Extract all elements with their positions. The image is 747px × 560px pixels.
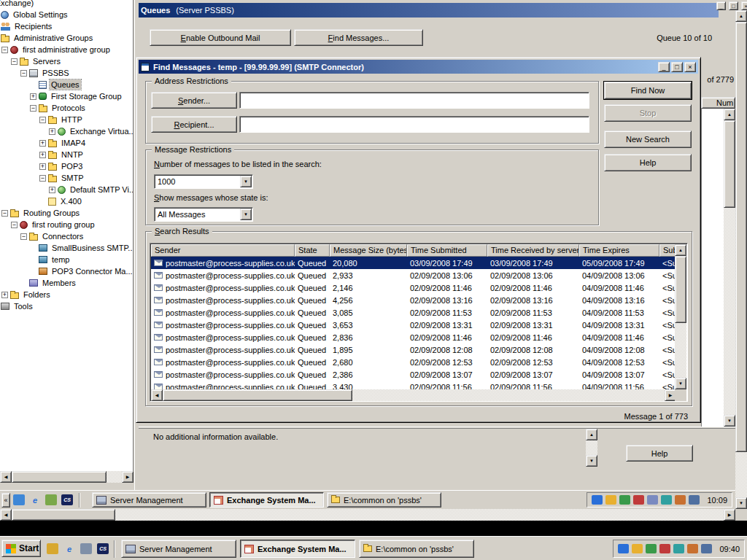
expand-plus-icon[interactable]: + [1, 292, 8, 298]
command-prompt-icon[interactable]: CS [97, 543, 109, 554]
expand-plus-icon[interactable]: + [39, 140, 46, 147]
tree-item-routing-groups[interactable]: −Routing Groups [1, 207, 133, 219]
launch-icon[interactable] [45, 494, 57, 505]
close-icon[interactable]: × [684, 62, 696, 72]
tray-icon[interactable] [701, 544, 712, 553]
expand-plus-icon[interactable]: + [39, 152, 46, 158]
sender-input[interactable] [239, 92, 589, 109]
expand-plus-icon[interactable]: + [49, 187, 55, 193]
chevron-down-icon[interactable]: ▼ [240, 176, 252, 187]
message-row[interactable]: postmaster@process-supplies.co.ukQueued2… [151, 269, 676, 281]
tree-item-connectors[interactable]: −Connectors [20, 230, 133, 242]
expand-minus-icon[interactable]: − [30, 105, 36, 112]
tree-item-queues[interactable]: −Queues [30, 79, 133, 90]
message-row[interactable]: postmaster@process-supplies.co.ukQueued2… [151, 281, 676, 294]
tray-icon[interactable] [632, 544, 643, 553]
taskbar-chevron-icon[interactable]: « [1, 493, 10, 508]
tray-icon[interactable] [673, 544, 684, 553]
column-header-time-submitted[interactable]: Time Submitted [407, 244, 487, 257]
sender-button[interactable]: Sender... [151, 92, 237, 109]
launch-icon[interactable] [80, 543, 92, 554]
expand-minus-icon[interactable]: − [20, 70, 27, 77]
expand-minus-icon[interactable]: − [11, 58, 18, 65]
tree-item-global-settings[interactable]: −Global Settings [0, 9, 125, 20]
restore-icon[interactable]: □ [729, 1, 738, 10]
scroll-down-icon[interactable]: ▼ [724, 415, 735, 427]
tree-item-pop3-connector-ma[interactable]: −POP3 Connector Ma... [30, 265, 133, 277]
tree-item-default-smtp-vi[interactable]: +Default SMTP Vi... [49, 184, 133, 195]
recipient-button[interactable]: Recipient... [151, 116, 237, 133]
help-button[interactable]: Help [604, 154, 692, 171]
message-row[interactable]: postmaster@process-supplies.co.ukQueued2… [151, 331, 676, 343]
tree-item-first-storage-group[interactable]: +First Storage Group [30, 90, 133, 102]
tree-item-http[interactable]: −HTTP [39, 114, 133, 125]
close-icon[interactable]: × [741, 1, 747, 10]
tree-item-smtp[interactable]: −SMTP [39, 172, 133, 184]
tray-icon[interactable] [689, 495, 700, 505]
expand-plus-icon[interactable]: + [39, 163, 46, 170]
expand-minus-icon[interactable]: − [1, 47, 8, 53]
enable-outbound-mail-button[interactable]: Enable Outbound Mail [150, 29, 291, 46]
tray-icon[interactable] [618, 544, 629, 553]
scrollbar-thumb[interactable] [675, 256, 686, 323]
queues-pane-titlebar[interactable]: Queues (Server PSSBS) [139, 3, 719, 18]
keys-icon[interactable] [47, 543, 58, 554]
maximize-icon[interactable]: □ [671, 62, 683, 72]
message-row[interactable]: postmaster@process-supplies.co.ukQueued2… [151, 368, 676, 381]
expand-minus-icon[interactable]: − [39, 117, 46, 123]
expand-minus-icon[interactable]: − [39, 175, 46, 182]
tree-item-tools[interactable]: −Tools [0, 300, 125, 312]
new-search-button[interactable]: New Search [604, 131, 692, 148]
tree-item-members[interactable]: −Members [20, 277, 133, 289]
column-header-state[interactable]: State [295, 244, 330, 257]
scrollbar-thumb[interactable] [724, 120, 735, 208]
find-messages-button[interactable]: Find Messages... [294, 29, 423, 46]
scroll-left-icon[interactable]: ◀ [151, 389, 163, 401]
ie-icon[interactable]: e [29, 494, 41, 505]
tree-item-nntp[interactable]: +NNTP [39, 149, 133, 160]
message-row[interactable]: postmaster@process-supplies.co.ukQueued4… [151, 294, 676, 306]
tree-item-imap4[interactable]: +IMAP4 [39, 137, 133, 149]
column-header-message-size-bytes[interactable]: Message Size (bytes) [330, 244, 407, 257]
column-header-subje[interactable]: Subje [659, 244, 676, 257]
column-header-time-received-by-server[interactable]: Time Received by server [487, 244, 579, 257]
message-row[interactable]: postmaster@process-supplies.co.ukQueued3… [151, 381, 676, 389]
expand-minus-icon[interactable]: − [11, 222, 18, 228]
viewport-vertical-scrollbar[interactable]: ▲ ▼ [735, 10, 747, 509]
expand-plus-icon[interactable]: + [49, 128, 55, 135]
tray-icon[interactable] [675, 495, 686, 505]
tree-item-smallbusiness-smtp[interactable]: −SmallBusiness SMTP... [30, 242, 133, 254]
expand-minus-icon[interactable]: − [20, 233, 27, 240]
tree-item-administrative-groups[interactable]: −Administrative Groups [0, 32, 125, 44]
scroll-up-icon[interactable]: ▲ [724, 109, 735, 120]
recipient-input[interactable] [239, 116, 589, 133]
scrollbar-thumb[interactable] [12, 509, 115, 521]
tree-horizontal-scrollbar[interactable]: ◀ ▶ [0, 471, 133, 483]
task-button-server-management[interactable]: Server Management [121, 540, 236, 558]
scroll-right-icon[interactable]: ▶ [724, 509, 735, 521]
tray-icon[interactable] [592, 495, 603, 505]
tray-icon[interactable] [687, 544, 698, 553]
scroll-left-icon[interactable]: ◀ [0, 471, 12, 483]
start-button[interactable]: Start [1, 540, 41, 557]
tray-icon[interactable] [605, 495, 616, 505]
info-scrollbar[interactable]: ▲ ▼ [586, 429, 597, 467]
tray-icon[interactable] [619, 495, 630, 505]
results-horizontal-scrollbar[interactable]: ◀ ▶ [151, 389, 676, 401]
tree-item-protocols[interactable]: −Protocols [30, 102, 133, 114]
scroll-down-icon[interactable]: ▼ [735, 497, 747, 509]
tray-icon[interactable] [646, 544, 657, 553]
tree-item-x-400[interactable]: −X.400 [39, 195, 133, 207]
tree-item-pssbs[interactable]: −PSSBS [20, 67, 133, 79]
scroll-down-icon[interactable]: ▼ [586, 455, 597, 467]
tree-item-temp[interactable]: −temp [30, 254, 133, 265]
queues-list-scrollbar[interactable]: ▲ ▼ [724, 109, 735, 427]
viewport-horizontal-scrollbar[interactable]: ◀ ▶ [0, 509, 735, 521]
chevron-down-icon[interactable]: ▼ [240, 209, 252, 220]
tray-icon[interactable] [647, 495, 658, 505]
scrollbar-thumb[interactable] [12, 471, 107, 483]
tree-item-folders[interactable]: +Folders [1, 289, 133, 300]
message-row[interactable]: postmaster@process-supplies.co.ukQueued1… [151, 343, 676, 356]
task-button-exchange-system-ma[interactable]: Exchange System Ma... [240, 540, 355, 558]
help-button[interactable]: Help [626, 445, 693, 462]
